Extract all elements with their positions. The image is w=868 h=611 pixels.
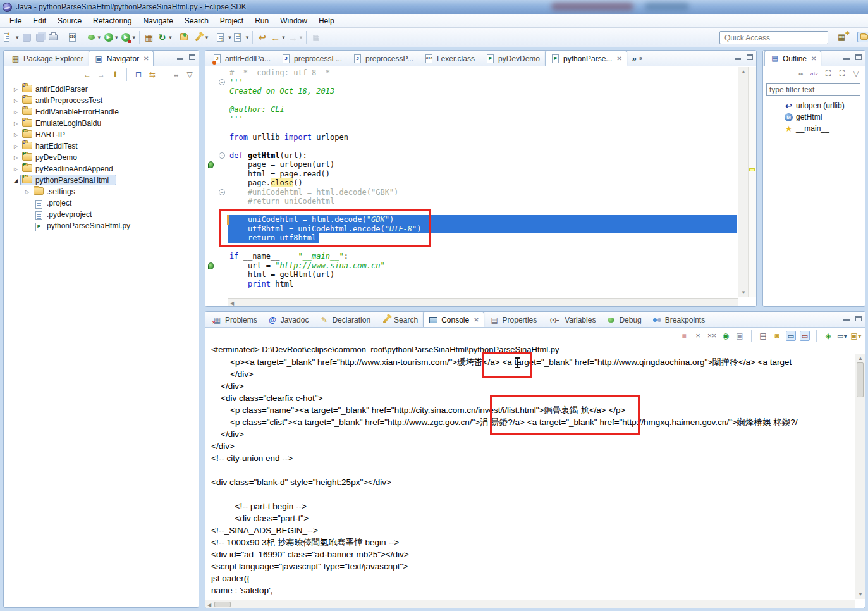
menu-run[interactable]: Run (249, 15, 274, 27)
tree-item-settings[interactable]: ▷.settings (4, 186, 199, 197)
dropdown-arrow-icon[interactable]: ▾ (98, 34, 101, 40)
close-icon[interactable]: ✕ (474, 316, 479, 323)
outline-item-main[interactable]: ★__main__ (763, 123, 865, 134)
forward-icon[interactable]: → (96, 70, 106, 80)
toolbar-button-back[interactable]: ←▾ (269, 30, 286, 45)
outline-item-gethtml[interactable]: MgetHtml (763, 111, 865, 123)
toolbar-button-gc[interactable]: ↻▾ (156, 30, 173, 45)
tree-item-pydevproject[interactable]: .pydevproject (4, 209, 199, 220)
dropdown-arrow-icon[interactable]: ▾ (133, 34, 136, 40)
collapsed-arrow-icon[interactable]: ▷ (25, 189, 29, 195)
editor-tab-preprocessp[interactable]: JpreprocessP... (347, 51, 419, 66)
dropdown-arrow-icon[interactable]: ▾ (115, 34, 118, 40)
minimize-icon[interactable] (735, 54, 741, 60)
tab-debug[interactable]: Debug (601, 312, 646, 327)
toolbar-button-save[interactable] (20, 30, 34, 45)
editor-hscrollbar[interactable]: ◀ (228, 298, 738, 306)
display-selected-console-icon[interactable]: ▭▾ (837, 331, 847, 341)
tree-item-pyreadlineandappend[interactable]: ▷PpyReadlineAndAppend (4, 163, 199, 175)
toolbar-button-search[interactable]: ▾ (192, 30, 210, 45)
maximize-icon[interactable] (189, 54, 195, 60)
tab-javadoc[interactable]: @Javadoc (262, 312, 314, 327)
console-output[interactable]: <p><a target="_blank" href="http://www.x… (205, 356, 855, 599)
collapsed-arrow-icon[interactable]: ▷ (14, 109, 18, 115)
menu-help[interactable]: Help (313, 15, 340, 27)
working-sets-icon[interactable]: ●● (171, 70, 181, 80)
pin-console-icon[interactable]: ◈ (823, 331, 833, 341)
maximize-icon[interactable] (855, 316, 862, 321)
tab-navigator[interactable]: ▣Navigator✕ (89, 51, 154, 66)
tab-breakpoints[interactable]: Breakpoints (647, 312, 710, 327)
console-vscrollbar[interactable]: ▲ ▼ (855, 354, 865, 599)
tab-problems[interactable]: ▦×Problems (207, 312, 262, 327)
menu-search[interactable]: Search (179, 15, 214, 27)
outline-item-urlopen-urllib[interactable]: ↩urlopen (urllib) (763, 100, 865, 111)
menu-project[interactable]: Project (214, 15, 249, 27)
close-icon[interactable]: ✕ (616, 55, 621, 62)
show-on-stdout-icon[interactable]: ▭ (800, 331, 810, 341)
view-menu-icon[interactable]: ▽ (185, 70, 195, 80)
tree-item-antlrpreprocesstest[interactable]: ▷JantlrPreprocessTest (4, 95, 199, 106)
link-with-editor-icon[interactable]: ⇆ (147, 70, 157, 80)
collapsed-arrow-icon[interactable]: ▷ (14, 155, 18, 161)
open-console-icon[interactable]: ▣▾ (851, 331, 861, 341)
collapsed-arrow-icon[interactable]: ▷ (14, 98, 18, 104)
tab-console[interactable]: Console✕ (423, 312, 484, 327)
expanded-arrow-icon[interactable]: ◢ (14, 178, 18, 183)
window-titlebar[interactable]: Java - pythonParseSinaHtml/pythonParseSi… (0, 0, 868, 14)
minimize-icon[interactable] (843, 316, 850, 321)
up-icon[interactable]: ⬆ (110, 70, 120, 80)
fold-collapse-icon[interactable]: − (219, 79, 225, 85)
tree-item-hart-ip[interactable]: ▷CHART-IP (4, 129, 199, 140)
toolbar-button-open-type[interactable] (179, 30, 192, 45)
toolbar-button-print[interactable] (47, 30, 60, 45)
toolbar-button-last-edit-location[interactable]: ↩ (255, 30, 269, 45)
tab-variables[interactable]: (x)=Variables (542, 312, 601, 327)
close-icon[interactable]: ✕ (144, 55, 149, 62)
toolbar-button-external-tools[interactable]: ▶▾ (119, 30, 137, 45)
tree-item-pythonparsesinahtml-py[interactable]: PpythonParseSinaHtml.py (4, 220, 199, 231)
minimize-icon[interactable] (843, 54, 850, 60)
editor-tab-lexer-class[interactable]: 010Lexer.class (419, 51, 480, 66)
copy-stack-icon[interactable]: ▣ (735, 331, 745, 341)
collapsed-arrow-icon[interactable]: ▷ (14, 132, 18, 138)
terminate-icon[interactable]: ■ (679, 331, 689, 341)
tree-item-antlreddlparser[interactable]: ▷JantlrEddlParser (4, 83, 199, 95)
collapse-all-icon[interactable]: ⊟ (133, 70, 144, 80)
menu-source[interactable]: Source (52, 15, 87, 27)
dropdown-arrow-icon[interactable]: ▾ (205, 34, 209, 40)
dropdown-arrow-icon[interactable]: ▾ (282, 34, 285, 40)
outline-filter-input[interactable]: type filter text (766, 83, 860, 96)
toolbar-button-new-java-project[interactable]: ▦ (142, 30, 156, 45)
view-menu-icon[interactable]: ▽ (851, 68, 861, 78)
minimize-icon[interactable] (177, 54, 183, 60)
editor-tab-preprocessl[interactable]: JpreprocessL... (276, 51, 347, 66)
quick-access-input[interactable]: Quick Access (719, 31, 828, 44)
toolbar-button-mark-occurrences[interactable]: ▦ (309, 30, 322, 45)
toolbar-button-run[interactable]: ▶▾ (102, 30, 119, 45)
toolbar-button-binary-trace[interactable]: 010 (66, 30, 79, 45)
toolbar-button-debug[interactable]: ▾ (85, 30, 102, 45)
console-hscrollbar[interactable]: ◀ (205, 600, 855, 608)
toolbar-button-save-all[interactable] (34, 30, 47, 45)
collapsed-arrow-icon[interactable]: ▷ (14, 166, 18, 172)
tab-package-explorer[interactable]: ▦Package Explorer (5, 51, 89, 66)
editor-tab-pythonparse[interactable]: PpythonParse...✕ (545, 51, 627, 66)
dropdown-arrow-icon[interactable]: ▾ (16, 34, 19, 40)
menu-edit[interactable]: Edit (27, 15, 52, 27)
java-perspective-button[interactable] (857, 32, 868, 42)
dropdown-arrow-icon[interactable]: ▾ (228, 34, 231, 40)
tab-overflow-button[interactable]: »9 (627, 51, 647, 66)
fold-collapse-icon[interactable]: − (219, 189, 225, 195)
fold-collapse-icon[interactable]: − (219, 152, 225, 159)
editor-tab-antlreddlpa[interactable]: JantlrEddlPa... (207, 51, 276, 66)
sort-az-icon[interactable]: a↓z (809, 68, 819, 78)
collapsed-arrow-icon[interactable]: ▷ (14, 144, 18, 149)
tree-item-harteddltest[interactable]: ▷JhartEddlTest (4, 140, 199, 152)
close-icon[interactable]: ✕ (811, 55, 816, 62)
collapsed-arrow-icon[interactable]: ▷ (14, 87, 18, 92)
back-icon[interactable]: ← (82, 70, 92, 80)
editor-tab-pydevdemo[interactable]: PpyDevDemo (480, 51, 545, 66)
tree-item-project[interactable]: .project (4, 197, 199, 209)
tab-search[interactable]: Search (376, 312, 423, 327)
